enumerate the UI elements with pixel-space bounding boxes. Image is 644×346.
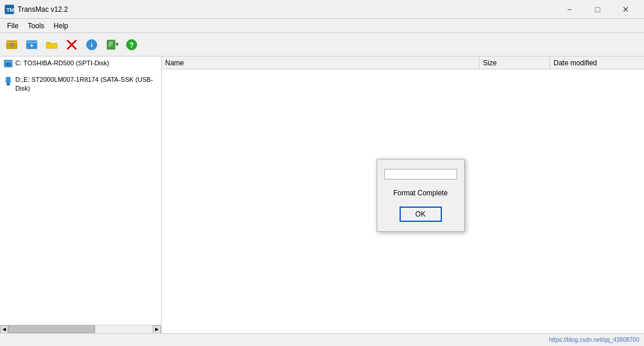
svg-rect-28 — [5, 79, 6, 80]
menu-bar: File Tools Help — [0, 19, 644, 33]
scroll-left-arrow[interactable]: ◀ — [0, 325, 8, 334]
svg-point-24 — [8, 64, 9, 65]
menu-file[interactable]: File — [2, 21, 23, 31]
status-bar: https://blog.csdn.net/qq_43808700 — [0, 333, 644, 346]
dialog-progress-bar — [384, 169, 457, 179]
svg-rect-27 — [6, 84, 10, 85]
main-container: C: TOSHIBA-RD500 (SPTI-Disk) D:,E: ST200… — [0, 56, 644, 333]
drive-de-icon — [4, 76, 13, 88]
scroll-thumb[interactable] — [8, 325, 95, 333]
status-url: https://blog.csdn.net/qq_43808700 — [549, 337, 639, 343]
svg-text:i: i — [90, 41, 92, 48]
restore-button[interactable]: □ — [584, 0, 611, 19]
svg-text:TM: TM — [6, 7, 14, 13]
column-size: Size — [479, 56, 550, 69]
dialog-message: Format Complete — [393, 189, 448, 197]
file-area: Format Complete OK — [162, 69, 644, 333]
title-bar: TM TransMac v12.2 − □ ✕ — [0, 0, 644, 19]
toolbar-help-button[interactable]: ? — [122, 35, 141, 54]
menu-tools[interactable]: Tools — [23, 21, 49, 31]
toolbar-delete-button[interactable] — [62, 35, 81, 54]
scroll-track[interactable] — [8, 325, 153, 333]
toolbar-open-button[interactable] — [2, 35, 21, 54]
minimize-button[interactable]: − — [556, 0, 583, 19]
toolbar: + i ? — [0, 33, 644, 56]
svg-rect-3 — [6, 42, 17, 43]
svg-rect-22 — [5, 61, 12, 62]
window-controls: − □ ✕ — [556, 0, 639, 19]
svg-point-5 — [11, 44, 12, 45]
svg-rect-14 — [107, 40, 115, 49]
svg-rect-9 — [46, 44, 57, 48]
format-complete-dialog: Format Complete OK — [377, 159, 465, 232]
svg-rect-25 — [6, 77, 11, 83]
left-panel: C: TOSHIBA-RD500 (SPTI-Disk) D:,E: ST200… — [0, 56, 162, 333]
menu-help[interactable]: Help — [49, 21, 73, 31]
toolbar-extract-button[interactable] — [102, 35, 121, 54]
svg-text:?: ? — [129, 41, 134, 49]
right-panel: Name Size Date modified Format Complete … — [162, 56, 644, 333]
dialog-ok-button[interactable]: OK — [400, 207, 442, 222]
svg-rect-29 — [10, 79, 11, 80]
close-button[interactable]: ✕ — [612, 0, 639, 19]
toolbar-folder-button[interactable] — [42, 35, 61, 54]
column-name: Name — [162, 56, 479, 69]
drive-c-label: C: TOSHIBA-RD500 (SPTI-Disk) — [15, 59, 109, 67]
dialog-overlay: Format Complete OK — [162, 69, 644, 333]
app-title: TransMac v12.2 — [18, 5, 556, 14]
scroll-right-arrow[interactable]: ▶ — [153, 325, 161, 334]
svg-marker-15 — [115, 42, 118, 46]
left-panel-scrollbar[interactable]: ◀ ▶ — [0, 325, 161, 333]
column-date-modified: Date modified — [550, 56, 644, 69]
toolbar-add-button[interactable]: + — [22, 35, 41, 54]
app-icon: TM — [5, 5, 14, 14]
drive-de-item[interactable]: D:,E: ST2000LM007-1R8174 (SATA-SSK (USB-… — [0, 73, 161, 95]
toolbar-info-button[interactable]: i — [82, 35, 101, 54]
drive-de-label: D:,E: ST2000LM007-1R8174 (SATA-SSK (USB-… — [15, 75, 157, 92]
drive-c-icon — [4, 59, 13, 71]
drive-c-item[interactable]: C: TOSHIBA-RD500 (SPTI-Disk) — [0, 56, 161, 73]
file-table-header: Name Size Date modified — [162, 56, 644, 69]
svg-text:+: + — [30, 42, 33, 49]
